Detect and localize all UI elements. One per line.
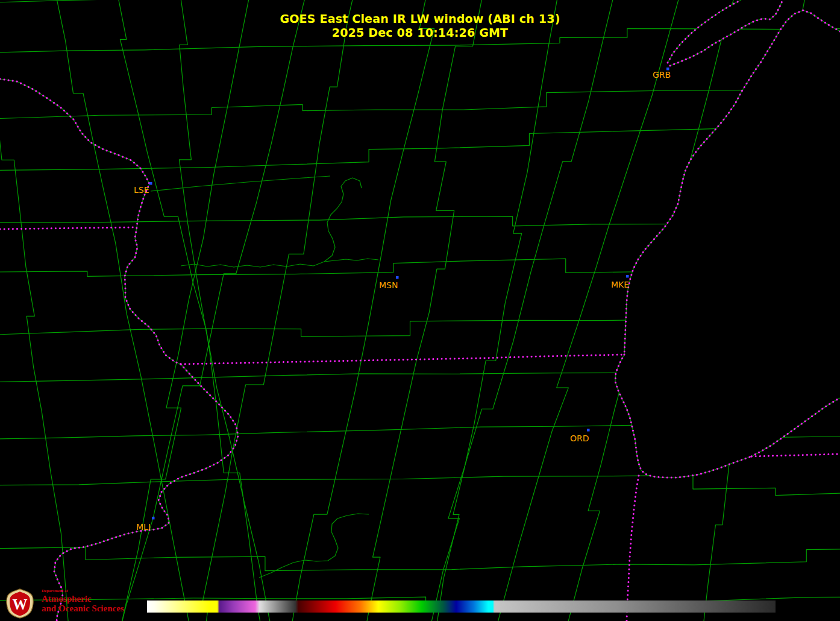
station-dot — [396, 276, 399, 279]
lacrosse-county-line — [151, 176, 330, 191]
station-dot — [587, 429, 590, 432]
aos-logo: W Department of Atmospheric and Oceanic … — [4, 588, 124, 619]
station-label: GRB — [653, 70, 671, 80]
county-line-horizontal — [0, 77, 840, 118]
in-mi-border — [751, 454, 840, 456]
stations-layer: GRBLSEMSNMKEORDMLI — [134, 68, 671, 532]
station-GRB: GRB — [653, 68, 671, 80]
county-line-vertical — [435, 0, 560, 621]
station-label: LSE — [134, 185, 149, 195]
title-line-2: 2025 Dec 08 10:14:26 GMT — [0, 26, 840, 40]
station-MKE: MKE — [611, 275, 629, 289]
station-MSN: MSN — [379, 276, 399, 290]
water-polygon — [615, 10, 840, 478]
county-line-horizontal — [0, 0, 840, 2]
lake-michigan-fill — [615, 0, 840, 478]
crest-letter: W — [13, 596, 28, 613]
county-line-vertical — [428, 0, 615, 621]
station-dot — [149, 182, 152, 185]
logo-dept-label: Department of — [42, 588, 124, 594]
county-line-horizontal — [0, 475, 840, 495]
station-ORD: ORD — [570, 429, 590, 443]
station-label: MKE — [611, 280, 629, 289]
image-title: GOES East Clean IR LW window (ABI ch 13)… — [0, 12, 840, 40]
wi-il-border — [181, 355, 624, 364]
logo-name-line-1: Atmospheric — [42, 594, 124, 604]
logo-text-block: Department of Atmospheric and Oceanic Sc… — [42, 588, 124, 613]
county-line-vertical — [356, 0, 484, 621]
station-label: MLI — [136, 522, 151, 532]
wisconsin-river — [181, 178, 362, 267]
county-line-horizontal — [0, 547, 840, 571]
county-line-vertical — [52, 0, 203, 621]
mn-ia-border — [0, 227, 137, 229]
map-canvas: GRBLSEMSNMKEORDMLI — [0, 0, 840, 621]
county-line-vertical — [279, 0, 434, 621]
station-label: MSN — [379, 280, 398, 290]
station-dot — [626, 275, 629, 278]
station-label: ORD — [570, 433, 589, 443]
satellite-viewer: GRBLSEMSNMKEORDMLI GOES East Clean IR LW… — [0, 0, 840, 621]
county-line-vertical — [179, 0, 268, 621]
uw-crest-icon: W — [4, 588, 36, 619]
logo-name-line-2: and Oceanic Sciences — [42, 604, 124, 613]
title-line-1: GOES East Clean IR LW window (ABI ch 13) — [0, 12, 840, 26]
wisconsin-river-east — [324, 259, 378, 262]
ir-temperature-color-scale — [147, 601, 776, 613]
il-in-border — [627, 476, 639, 621]
rock-river — [259, 514, 369, 578]
station-dot — [152, 517, 155, 520]
county-line-vertical — [202, 0, 358, 621]
